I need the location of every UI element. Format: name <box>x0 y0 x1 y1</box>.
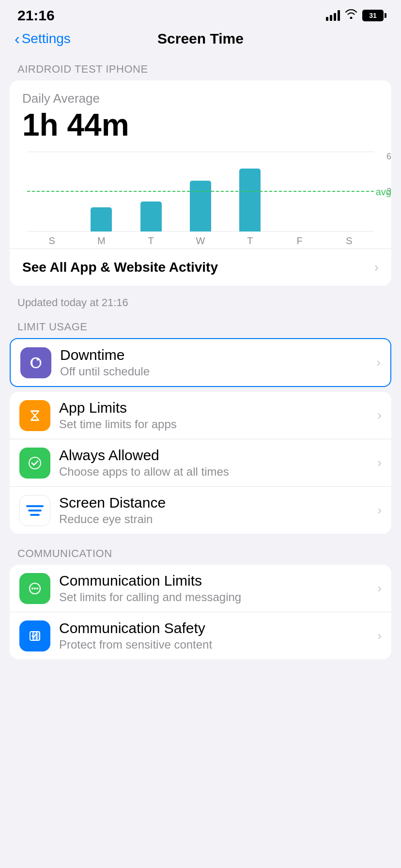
communication-limits-title: Communication Limits <box>59 573 369 589</box>
daily-average-value: 1h 44m <box>22 108 379 142</box>
see-all-activity-button[interactable]: See All App & Website Activity › <box>10 248 391 286</box>
bar-col-w <box>176 152 225 232</box>
daily-average-label: Daily Average <box>22 91 379 106</box>
battery-icon: 31 <box>362 10 384 21</box>
downtime-subtitle: Off until schedule <box>60 365 368 378</box>
downtime-title: Downtime <box>60 347 368 363</box>
communication-safety-text: Communication Safety Protect from sensit… <box>59 620 369 651</box>
status-bar: 21:16 31 <box>0 0 401 26</box>
communication-limits-item[interactable]: Communication Limits Set limits for call… <box>10 565 391 612</box>
always-allowed-subtitle: Choose apps to allow at all times <box>59 465 369 479</box>
app-limits-item[interactable]: App Limits Set time limits for apps › <box>10 392 391 439</box>
wifi-icon <box>345 9 357 22</box>
main-content: AIRDROID TEST IPHONE Daily Average 1h 44… <box>0 54 401 659</box>
signal-icon <box>326 10 340 21</box>
app-limits-icon <box>19 400 50 431</box>
x-label-f: F <box>275 235 324 247</box>
back-label: Settings <box>22 31 71 46</box>
screen-distance-subtitle: Reduce eye strain <box>59 512 369 526</box>
app-limits-text: App Limits Set time limits for apps <box>59 400 369 431</box>
device-label: AIRDROID TEST IPHONE <box>10 54 391 80</box>
always-allowed-item[interactable]: Always Allowed Choose apps to allow at a… <box>10 439 391 486</box>
communication-safety-title: Communication Safety <box>59 620 369 636</box>
chart-bars <box>27 152 374 232</box>
bar-col-t1 <box>126 152 176 232</box>
svg-point-8 <box>34 588 36 589</box>
back-chevron-icon: ‹ <box>15 31 20 46</box>
x-label-s1: S <box>27 235 77 247</box>
usage-chart: avg 6h 3h 0 <box>22 152 379 248</box>
x-label-s2: S <box>324 235 374 247</box>
bar-col-s2 <box>324 152 374 232</box>
chart-x-labels: S M T W T F S <box>27 232 374 253</box>
y-label-6h: 6h <box>386 152 391 162</box>
screen-distance-text: Screen Distance Reduce eye strain <box>59 495 369 526</box>
communication-card: Communication Limits Set limits for call… <box>10 565 391 659</box>
always-allowed-title: Always Allowed <box>59 447 369 464</box>
back-button[interactable]: ‹ Settings <box>15 31 71 46</box>
svg-point-9 <box>36 588 38 589</box>
always-allowed-text: Always Allowed Choose apps to allow at a… <box>59 447 369 479</box>
communication-safety-chevron: › <box>377 628 382 643</box>
app-limits-chevron: › <box>377 408 382 423</box>
x-label-w: W <box>176 235 225 247</box>
always-allowed-icon <box>19 448 50 479</box>
daily-average-card: Daily Average 1h 44m avg <box>10 80 391 286</box>
nav-bar: ‹ Settings Screen Time <box>0 26 401 54</box>
x-label-m: M <box>77 235 126 247</box>
svg-point-7 <box>31 588 33 589</box>
screen-distance-title: Screen Distance <box>59 495 369 511</box>
screen-distance-item[interactable]: Screen Distance Reduce eye strain › <box>10 486 391 534</box>
status-time: 21:16 <box>17 7 55 24</box>
communication-safety-icon <box>19 620 50 651</box>
see-all-activity-chevron: › <box>374 260 379 275</box>
limit-usage-card: App Limits Set time limits for apps › Al… <box>10 392 391 534</box>
bar-col-f <box>275 152 324 232</box>
avg-label: avg <box>376 186 391 197</box>
x-label-t1: T <box>126 235 176 247</box>
see-all-activity-label: See All App & Website Activity <box>22 260 218 275</box>
daily-average-section: Daily Average 1h 44m avg <box>10 80 391 248</box>
always-allowed-chevron: › <box>377 455 382 470</box>
avg-line: avg <box>27 191 374 192</box>
bar-col-s1 <box>27 152 77 232</box>
svg-rect-11 <box>33 632 40 640</box>
app-limits-title: App Limits <box>59 400 369 416</box>
communication-limits-chevron: › <box>377 581 382 596</box>
downtime-icon <box>20 347 51 378</box>
svg-point-5 <box>29 457 41 469</box>
bar-t2 <box>239 169 261 232</box>
communication-safety-subtitle: Protect from sensitive content <box>59 638 369 651</box>
page-title: Screen Time <box>157 31 244 47</box>
screen-distance-icon <box>19 495 50 526</box>
status-icons: 31 <box>326 9 384 22</box>
bar-m <box>91 207 112 232</box>
bar-col-m <box>77 152 126 232</box>
bar-t1 <box>140 202 162 232</box>
svg-point-1 <box>37 358 39 360</box>
updated-text: Updated today at 21:16 <box>10 291 391 312</box>
chart-inner: avg 6h 3h 0 <box>27 152 374 232</box>
communication-limits-text: Communication Limits Set limits for call… <box>59 573 369 604</box>
downtime-text: Downtime Off until schedule <box>60 347 368 378</box>
communication-limits-icon <box>19 573 50 604</box>
wave-icon <box>26 505 44 516</box>
app-limits-subtitle: Set time limits for apps <box>59 418 369 431</box>
downtime-chevron: › <box>376 355 381 370</box>
x-label-t2: T <box>225 235 275 247</box>
svg-point-2 <box>39 361 41 363</box>
communication-label: COMMUNICATION <box>10 539 391 565</box>
downtime-item[interactable]: Downtime Off until schedule › <box>10 338 391 387</box>
communication-safety-item[interactable]: Communication Safety Protect from sensit… <box>10 612 391 659</box>
screen-distance-chevron: › <box>377 503 382 518</box>
communication-limits-subtitle: Set limits for calling and messaging <box>59 590 369 604</box>
bar-w <box>190 181 211 232</box>
bar-col-t2 <box>225 152 275 232</box>
limit-usage-label: LIMIT USAGE <box>10 312 391 338</box>
